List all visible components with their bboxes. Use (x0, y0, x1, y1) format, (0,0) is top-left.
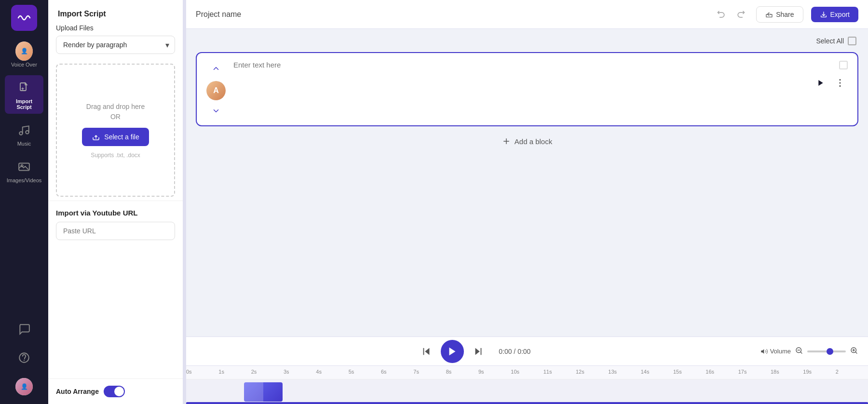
sidebar-item-voice-over-label: Voice Over (11, 62, 37, 67)
timeline-tick: 17s (738, 369, 747, 375)
render-mode-dropdown[interactable]: Render by paragraph Render by sentence R… (56, 36, 175, 54)
timeline-tick: 1s (218, 369, 224, 375)
select-all-checkbox[interactable] (848, 37, 856, 45)
timeline-tick: 12s (576, 369, 584, 375)
select-all-row: Select All (196, 37, 858, 47)
help-icon (15, 349, 33, 366)
export-icon (820, 11, 827, 18)
sidebar-item-music-label: Music (17, 141, 31, 147)
sidebar-item-chat[interactable] (5, 316, 43, 341)
export-button[interactable]: Export (811, 7, 858, 22)
upload-supports-text: Supports .txt, .docx (91, 152, 140, 159)
upload-files-label: Upload Files (56, 24, 175, 32)
undo-redo-group (714, 7, 748, 22)
timeline-tick: 7s (413, 369, 419, 375)
block-play-button[interactable] (813, 75, 828, 91)
sidebar-item-music[interactable]: Music (5, 118, 43, 150)
timeline-ruler: 0s1s2s3s4s5s6s7s8s9s10s11s12s13s14s15s16… (186, 366, 868, 379)
plus-icon (502, 137, 511, 146)
project-name: Project name (196, 10, 706, 19)
timeline-tick: 2s (251, 369, 257, 375)
sidebar-item-images-videos[interactable]: Images/Videos (5, 154, 43, 187)
block-move-up-button[interactable] (209, 62, 223, 75)
sidebar-item-voice-over[interactable]: 👤 Voice Over (5, 39, 43, 71)
youtube-section: Import via Youtube URL (48, 201, 183, 248)
auto-arrange-toggle[interactable] (104, 386, 125, 397)
timeline-tick: 10s (511, 369, 519, 375)
zoom-out-icon (795, 346, 803, 355)
sidebar: 👤 Voice Over Import Script (0, 0, 48, 404)
timeline-clip[interactable] (244, 382, 283, 402)
main-content: Project name (186, 0, 868, 404)
timeline-tick: 18s (771, 369, 779, 375)
undo-icon (717, 10, 726, 19)
zoom-out-button[interactable] (795, 346, 803, 357)
youtube-label: Import via Youtube URL (56, 209, 175, 217)
player-controls: 0:00 / 0:00 (196, 340, 753, 363)
timeline-tick: 5s (349, 369, 354, 375)
chevron-up-icon (212, 64, 220, 73)
share-button[interactable]: Share (756, 6, 803, 23)
player-skip-back-button[interactable] (418, 343, 435, 360)
zoom-in-button[interactable] (850, 346, 858, 357)
add-block-row: Add a block (196, 131, 858, 151)
volume-section: Volume (760, 346, 858, 357)
block-text-input[interactable] (233, 61, 805, 80)
volume-label: Volume (760, 348, 791, 355)
youtube-url-input[interactable] (56, 222, 175, 240)
svg-point-1 (19, 132, 23, 135)
music-note-icon (15, 121, 33, 139)
sidebar-item-user[interactable]: 👤 (5, 374, 43, 399)
timeline-tick: 9s (478, 369, 484, 375)
svg-rect-11 (481, 348, 482, 355)
export-label: Export (830, 11, 850, 18)
redo-button[interactable] (733, 7, 748, 22)
chat-icon (15, 320, 33, 337)
user-avatar-icon: 👤 (15, 378, 33, 395)
sidebar-item-help[interactable] (5, 345, 43, 370)
upload-files-section: Upload Files Render by paragraph Render … (48, 24, 183, 60)
block-move-down-button[interactable] (209, 104, 223, 118)
app-logo[interactable] (11, 5, 37, 31)
timeline-tick: 3s (284, 369, 289, 375)
block-checkbox[interactable] (839, 61, 848, 69)
block-more-button[interactable] (832, 75, 848, 91)
volume-text: Volume (770, 348, 791, 355)
svg-rect-10 (423, 348, 424, 355)
render-mode-dropdown-wrapper: Render by paragraph Render by sentence R… (56, 36, 175, 54)
left-panel: Import Script Upload Files Render by par… (48, 0, 183, 404)
volume-icon (760, 348, 768, 355)
select-all-label: Select All (816, 37, 844, 45)
auto-arrange-section: Auto Arrange (48, 378, 183, 404)
player-skip-forward-button[interactable] (470, 343, 487, 360)
top-bar: Project name (186, 0, 868, 29)
resize-handle[interactable] (183, 0, 186, 404)
undo-button[interactable] (714, 7, 729, 22)
redo-icon (736, 10, 746, 19)
volume-slider[interactable] (807, 350, 846, 352)
auto-arrange-label: Auto Arrange (56, 388, 99, 395)
chevron-down-icon (212, 107, 220, 115)
upload-drop-area[interactable]: Drag and drop hereOR Select a file Suppo… (56, 64, 175, 197)
player-play-button[interactable] (441, 340, 464, 363)
toggle-knob (114, 387, 124, 396)
sidebar-item-import-script[interactable]: Import Script (5, 75, 43, 114)
timeline-tick: 19s (803, 369, 812, 375)
timeline-track[interactable] (186, 379, 868, 404)
timeline-tick: 11s (543, 369, 552, 375)
timeline-tick: 14s (641, 369, 650, 375)
timeline-tick: 13s (608, 369, 617, 375)
upload-drag-text: Drag and drop hereOR (86, 102, 145, 122)
timeline-tick: 6s (381, 369, 387, 375)
play-icon (447, 346, 458, 357)
timeline-scrollbar[interactable] (186, 402, 868, 404)
svg-point-6 (24, 360, 24, 361)
timeline-tick: 16s (705, 369, 714, 375)
block-right-controls (813, 61, 848, 91)
block-reorder-controls: A (206, 61, 226, 118)
script-editor-area: Select All A (186, 29, 868, 337)
player-time-display: 0:00 / 0:00 (499, 348, 530, 355)
add-block-button[interactable]: Add a block (502, 137, 552, 146)
select-file-button[interactable]: Select a file (82, 128, 149, 146)
upload-icon (92, 133, 100, 141)
